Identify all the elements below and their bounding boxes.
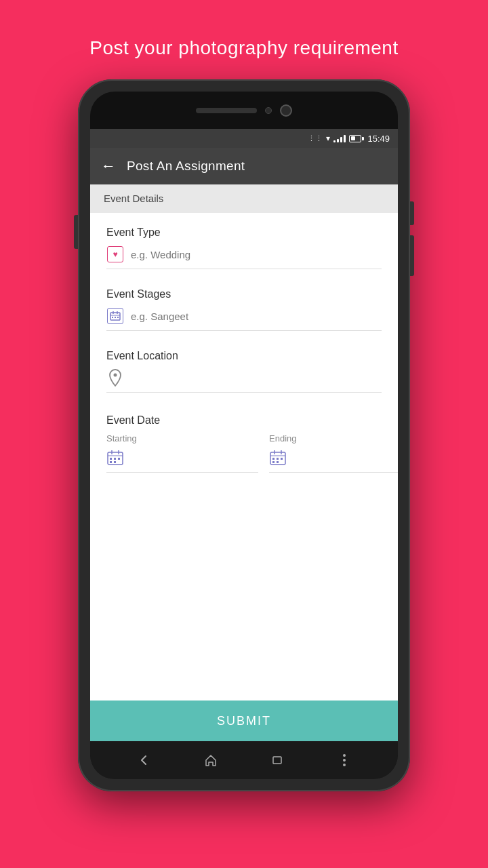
event-type-input-row: ♥: [106, 245, 382, 269]
event-location-input-row: [106, 369, 382, 393]
svg-rect-5: [115, 317, 116, 318]
starting-date-col: Starting: [106, 433, 258, 473]
submit-button[interactable]: SUBMIT: [90, 701, 398, 741]
heart-calendar-icon: ♥: [107, 246, 123, 262]
svg-point-27: [343, 754, 346, 757]
app-bar: ← Post An Assignment: [90, 148, 398, 184]
status-time: 15:49: [367, 134, 390, 144]
starting-date-input[interactable]: [129, 452, 258, 464]
event-type-icon: ♥: [106, 245, 124, 263]
svg-rect-14: [118, 458, 120, 460]
event-type-input[interactable]: [131, 249, 382, 260]
ending-date-input[interactable]: [292, 452, 398, 464]
event-type-field: Event Type ♥: [106, 226, 382, 269]
svg-rect-12: [110, 458, 112, 460]
submit-button-label: SUBMIT: [217, 714, 271, 728]
location-icon: [106, 369, 124, 387]
svg-point-7: [114, 374, 117, 377]
calendar-stage-icon: [107, 308, 123, 324]
nav-menu-button[interactable]: [331, 747, 358, 774]
starting-label: Starting: [106, 433, 258, 443]
event-location-input[interactable]: [131, 372, 382, 384]
svg-rect-16: [114, 461, 116, 463]
form-area: Event Type ♥ Event Stages: [90, 213, 398, 701]
svg-point-29: [343, 764, 346, 766]
svg-rect-4: [112, 317, 113, 318]
app-bar-title: Post An Assignment: [127, 159, 245, 174]
event-type-label: Event Type: [106, 226, 382, 239]
svg-rect-13: [114, 458, 116, 460]
event-location-label: Event Location: [106, 350, 382, 362]
svg-rect-26: [273, 757, 281, 764]
content-area: Event Details Event Type ♥: [90, 184, 398, 741]
svg-rect-22: [277, 458, 279, 460]
ending-date-input-row: [269, 449, 398, 473]
svg-rect-6: [117, 317, 119, 318]
ending-label: Ending: [269, 433, 398, 443]
event-location-field: Event Location: [106, 350, 382, 393]
svg-rect-24: [272, 461, 274, 463]
nav-back-button[interactable]: [130, 747, 157, 774]
event-stages-input[interactable]: [131, 311, 382, 322]
battery-icon: [349, 135, 364, 142]
top-bezel: [90, 92, 398, 129]
svg-rect-23: [281, 458, 283, 460]
svg-rect-21: [272, 458, 274, 460]
signal-icon: [333, 134, 346, 142]
event-stages-label: Event Stages: [106, 288, 382, 300]
front-camera-sensor: [265, 107, 272, 114]
back-button[interactable]: ←: [101, 157, 116, 175]
event-stages-icon: [106, 307, 124, 325]
power-button: [410, 201, 414, 225]
phone-wrapper: ⋮⋮ ▾: [78, 79, 410, 791]
status-icons: ⋮⋮ ▾: [308, 134, 390, 144]
speaker-grille: [196, 108, 257, 113]
phone-screen: ⋮⋮ ▾: [90, 92, 398, 779]
event-stages-input-row: [106, 307, 382, 331]
svg-rect-25: [277, 461, 279, 463]
event-stages-field: Event Stages: [106, 288, 382, 331]
svg-point-28: [343, 759, 346, 762]
svg-rect-0: [110, 313, 120, 320]
nav-recents-button[interactable]: [264, 747, 291, 774]
wifi-icon: ▾: [326, 134, 330, 143]
camera-button: [410, 235, 414, 276]
front-camera: [280, 104, 292, 117]
starting-calendar-icon: [106, 449, 124, 467]
ending-calendar-icon: [269, 449, 287, 467]
svg-rect-15: [110, 461, 112, 463]
page-bg-title: Post your photography requirement: [89, 37, 398, 59]
starting-date-input-row: [106, 449, 258, 473]
volume-button: [74, 215, 78, 249]
ending-date-col: Ending: [269, 433, 398, 473]
date-row: Starting: [106, 433, 382, 473]
vibrate-icon: ⋮⋮: [308, 134, 323, 143]
event-date-section: Event Date Starting: [106, 414, 382, 473]
nav-home-button[interactable]: [197, 747, 224, 774]
section-header: Event Details: [90, 184, 398, 213]
screen: ⋮⋮ ▾: [90, 129, 398, 741]
event-date-label: Event Date: [106, 414, 382, 427]
nav-bar: [90, 741, 398, 779]
section-header-text: Event Details: [104, 193, 163, 204]
status-bar: ⋮⋮ ▾: [90, 129, 398, 148]
